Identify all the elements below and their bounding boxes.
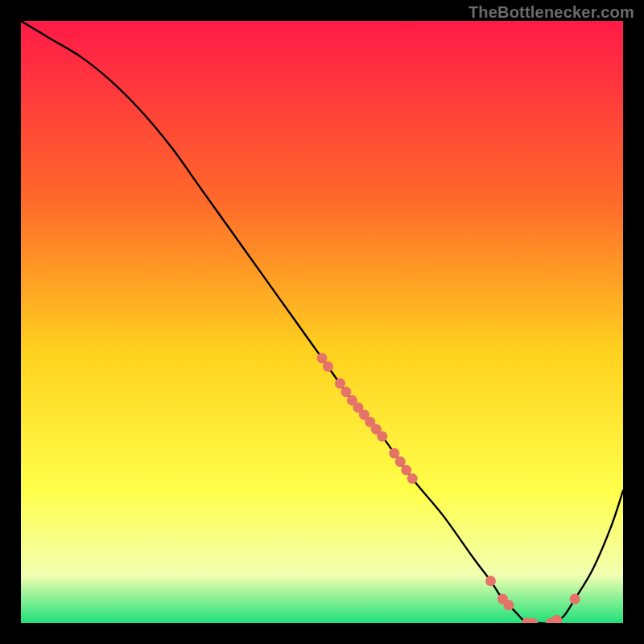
gradient-background bbox=[21, 21, 623, 623]
marker-point bbox=[341, 386, 351, 397]
marker-point bbox=[389, 448, 399, 459]
marker-point bbox=[570, 594, 580, 605]
marker-point bbox=[401, 465, 411, 476]
plot-area bbox=[21, 21, 623, 623]
watermark-text: TheBottlenecker.com bbox=[469, 3, 634, 22]
marker-point bbox=[407, 473, 418, 484]
marker-point bbox=[317, 353, 328, 363]
plot-svg bbox=[21, 21, 623, 623]
marker-point bbox=[395, 456, 406, 467]
marker-point bbox=[335, 378, 345, 389]
chart-frame: TheBottlenecker.com bbox=[0, 0, 644, 644]
marker-point bbox=[377, 431, 387, 442]
marker-point bbox=[503, 600, 514, 610]
marker-point bbox=[485, 576, 496, 586]
marker-point bbox=[323, 361, 333, 372]
